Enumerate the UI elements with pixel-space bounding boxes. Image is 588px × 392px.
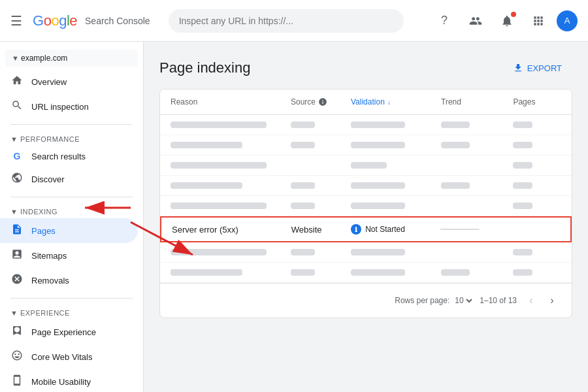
- logo-letter-g: G: [33, 12, 44, 29]
- logo-letter-o1: o: [44, 12, 52, 29]
- sidebar-item-pages-label: Pages: [31, 226, 56, 236]
- divider-performance: [10, 124, 133, 125]
- logo-letter-o2: o: [51, 12, 59, 29]
- blurred-validation: [351, 269, 405, 276]
- cell-trend: [441, 142, 513, 148]
- info-icon: [318, 97, 327, 106]
- help-icon-button[interactable]: ?: [431, 8, 457, 34]
- section-label-performance: ▼ Performance: [0, 130, 143, 146]
- cell-trend: [441, 269, 513, 276]
- sidebar-item-pages[interactable]: Pages: [0, 218, 138, 243]
- blurred-pages: [513, 122, 532, 128]
- table-row[interactable]: [160, 155, 572, 176]
- cell-validation: [351, 122, 441, 128]
- table-row[interactable]: [160, 196, 572, 216]
- col-reason-label: Reason: [171, 97, 197, 106]
- sidebar-item-mobile-usability[interactable]: Mobile Usability: [0, 369, 138, 392]
- hamburger-menu-icon[interactable]: ☰: [10, 13, 22, 29]
- logo-letter-g2: g: [59, 12, 67, 29]
- sidebar-item-search-results[interactable]: G Search results: [0, 146, 138, 167]
- col-source-label: Source: [291, 97, 316, 106]
- header-left: ☰ Google Search Console: [10, 9, 431, 33]
- avatar[interactable]: A: [557, 10, 578, 31]
- notifications-icon-button[interactable]: [494, 8, 520, 34]
- cell-reason: [171, 142, 291, 148]
- sidebar-item-sitemaps[interactable]: Sitemaps: [0, 243, 138, 268]
- table-row[interactable]: [160, 176, 572, 196]
- cell-validation-server-error: ℹ Not Started: [351, 224, 440, 235]
- blurred-source: [291, 249, 315, 255]
- table-row[interactable]: [160, 135, 572, 155]
- server-error-reason-text: Server error (5xx): [172, 225, 238, 235]
- table-row[interactable]: [160, 263, 572, 283]
- pagination-nav: ‹ ›: [522, 291, 561, 310]
- apps-grid-icon: [532, 14, 545, 27]
- prev-page-button[interactable]: ‹: [522, 291, 540, 310]
- section-label-experience: ▼ Experience: [0, 304, 143, 319]
- cell-source: [291, 269, 351, 276]
- app-title: Search Console: [85, 16, 150, 26]
- property-label: ▼: [12, 54, 21, 62]
- cell-pages: [513, 142, 561, 148]
- divider-indexing: [10, 197, 133, 197]
- blurred-validation: [351, 249, 405, 255]
- logo-letter-e: e: [69, 12, 77, 29]
- cell-pages: [513, 203, 561, 209]
- grid-icon-button[interactable]: [525, 8, 551, 34]
- cell-pages: [513, 269, 561, 276]
- mobile-usability-icon: [10, 374, 24, 389]
- cell-pages: [513, 182, 561, 189]
- sidebar-item-url-label: URL inspection: [31, 102, 89, 112]
- cell-source: [291, 203, 351, 209]
- table-row-server-error[interactable]: Server error (5xx) Website ℹ Not Started: [160, 216, 572, 242]
- cell-pages: [513, 122, 561, 128]
- table-row[interactable]: [160, 115, 572, 135]
- home-icon: [10, 74, 24, 89]
- page-title: Page indexing: [159, 59, 250, 76]
- status-badge-not-started: ℹ Not Started: [351, 224, 440, 235]
- main-layout: ▼ example.com Overview URL inspection ▼ …: [0, 42, 588, 392]
- col-header-source[interactable]: Source: [291, 97, 351, 106]
- cell-reason: [171, 162, 291, 169]
- cell-trend-server-error: [440, 229, 512, 230]
- people-icon-button[interactable]: [463, 8, 489, 34]
- cell-reason: [171, 182, 291, 189]
- cell-reason-server-error: Server error (5xx): [172, 225, 291, 235]
- cell-validation: [351, 203, 441, 209]
- col-trend-label: Trend: [441, 97, 461, 106]
- help-icon: ?: [441, 14, 448, 27]
- export-button[interactable]: EXPORT: [502, 57, 572, 78]
- sidebar-item-overview[interactable]: Overview: [0, 69, 138, 94]
- table-container: Reason Source Validation ↓ Trend Pages: [160, 90, 572, 283]
- property-selector[interactable]: ▼ example.com: [5, 50, 138, 67]
- cell-validation: [351, 269, 441, 276]
- people-icon: [469, 14, 482, 27]
- col-header-validation[interactable]: Validation ↓: [351, 97, 441, 106]
- sidebar-item-overview-label: Overview: [31, 77, 67, 87]
- url-inspection-input[interactable]: [169, 9, 404, 33]
- blurred-trend: [441, 182, 470, 189]
- main-content: Page indexing EXPORT Reason Source: [144, 42, 588, 392]
- blurred-trend: [441, 142, 470, 148]
- blurred-validation: [351, 203, 405, 209]
- property-name: example.com: [21, 54, 67, 63]
- blurred-reason: [171, 249, 267, 255]
- cell-validation: [351, 142, 441, 148]
- sidebar-item-removals[interactable]: Removals: [0, 268, 138, 293]
- next-page-button[interactable]: ›: [543, 291, 561, 310]
- sidebar-item-page-experience[interactable]: Page Experience: [0, 319, 138, 344]
- sidebar-item-discover-label: Discover: [31, 174, 65, 184]
- section-label-indexing: ▼ Indexing: [0, 203, 143, 218]
- sidebar-item-discover[interactable]: Discover: [0, 167, 138, 191]
- rows-per-page-select[interactable]: 10 25 50: [452, 295, 474, 306]
- sidebar-item-mobile-usability-label: Mobile Usability: [31, 377, 91, 387]
- core-web-vitals-icon: [10, 350, 24, 364]
- sort-down-icon: ↓: [387, 99, 391, 106]
- validation-status-text: Not Started: [365, 225, 405, 234]
- notification-badge: [511, 12, 516, 17]
- sidebar-item-core-web-vitals[interactable]: Core Web Vitals: [0, 344, 138, 369]
- sidebar-item-url-inspection[interactable]: URL inspection: [0, 94, 138, 119]
- table-row[interactable]: [160, 242, 572, 263]
- cell-reason: [171, 122, 291, 128]
- cell-source: [291, 142, 351, 148]
